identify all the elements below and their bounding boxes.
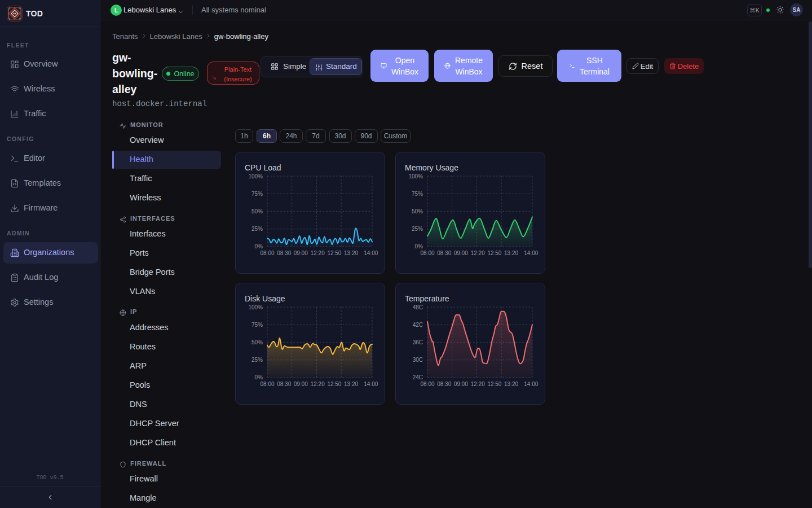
svg-text:0%: 0%: [255, 374, 263, 380]
svg-text:08:00: 08:00: [420, 250, 434, 256]
svg-text:48C: 48C: [413, 304, 423, 310]
svg-text:50%: 50%: [412, 208, 423, 214]
svg-text:08:30: 08:30: [437, 381, 451, 387]
svg-text:13:20: 13:20: [344, 250, 358, 256]
svg-text:25%: 25%: [251, 226, 263, 232]
svg-text:100%: 100%: [248, 173, 263, 179]
svg-text:09:00: 09:00: [454, 250, 468, 256]
svg-text:09:00: 09:00: [454, 381, 468, 387]
svg-text:12:50: 12:50: [327, 381, 341, 387]
svg-text:25%: 25%: [251, 357, 263, 363]
svg-text:14:00: 14:00: [524, 381, 538, 387]
svg-text:12:50: 12:50: [327, 250, 341, 256]
svg-text:08:30: 08:30: [277, 250, 291, 256]
svg-text:08:30: 08:30: [277, 381, 291, 387]
svg-text:12:50: 12:50: [487, 381, 501, 387]
svg-text:14:00: 14:00: [364, 381, 378, 387]
svg-text:12:20: 12:20: [471, 250, 485, 256]
svg-text:0%: 0%: [255, 243, 263, 249]
svg-text:09:00: 09:00: [294, 250, 308, 256]
svg-text:50%: 50%: [251, 339, 263, 345]
svg-text:12:50: 12:50: [487, 250, 501, 256]
svg-text:0%: 0%: [415, 243, 423, 249]
svg-text:100%: 100%: [408, 173, 423, 179]
svg-text:13:20: 13:20: [504, 250, 518, 256]
svg-text:50%: 50%: [251, 208, 263, 214]
svg-text:08:00: 08:00: [420, 381, 434, 387]
svg-text:12:20: 12:20: [311, 250, 325, 256]
svg-text:100%: 100%: [248, 304, 263, 310]
svg-text:75%: 75%: [251, 322, 263, 328]
svg-text:14:00: 14:00: [524, 250, 538, 256]
svg-text:12:20: 12:20: [311, 381, 325, 387]
svg-text:42C: 42C: [413, 322, 423, 328]
svg-text:08:00: 08:00: [260, 381, 274, 387]
svg-text:14:00: 14:00: [364, 250, 378, 256]
svg-text:36C: 36C: [413, 339, 423, 345]
svg-text:25%: 25%: [412, 226, 423, 232]
svg-text:13:20: 13:20: [504, 381, 518, 387]
svg-text:08:00: 08:00: [260, 250, 274, 256]
svg-text:13:20: 13:20: [344, 381, 358, 387]
svg-text:30C: 30C: [413, 357, 423, 363]
svg-text:12:20: 12:20: [471, 381, 485, 387]
svg-text:09:00: 09:00: [294, 381, 308, 387]
svg-text:75%: 75%: [251, 191, 263, 197]
svg-text:75%: 75%: [412, 191, 423, 197]
svg-text:08:30: 08:30: [437, 250, 451, 256]
svg-text:24C: 24C: [413, 374, 423, 380]
